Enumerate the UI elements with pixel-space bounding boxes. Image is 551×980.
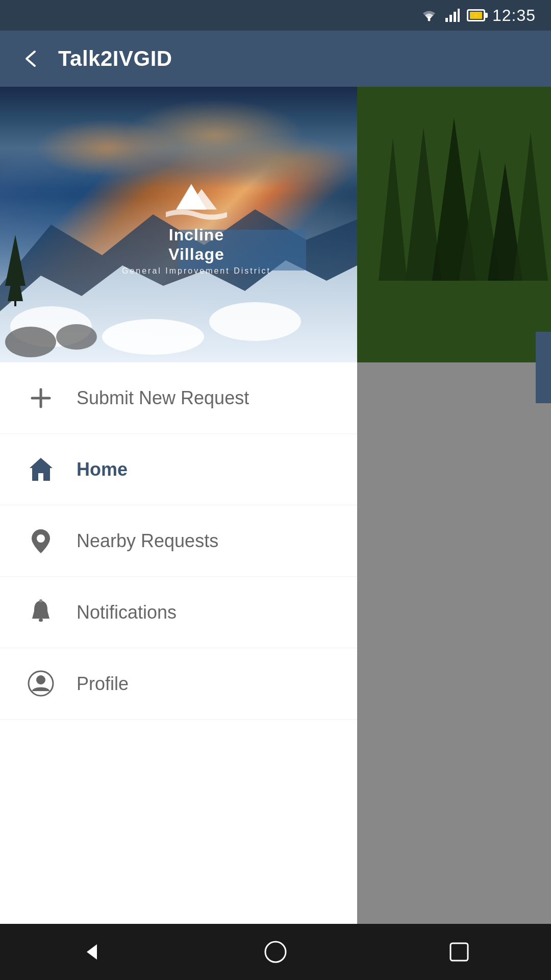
home-icon <box>26 454 56 485</box>
bell-icon <box>26 597 56 628</box>
menu-item-home[interactable]: Home <box>0 434 357 505</box>
logo-container: Incline Village General Improvement Dist… <box>122 174 271 276</box>
notifications-label: Notifications <box>77 602 177 623</box>
wifi-icon <box>420 9 438 22</box>
location-icon <box>26 526 56 556</box>
svg-point-0 <box>428 19 430 21</box>
svg-point-26 <box>102 319 204 355</box>
logo-text: Incline Village General Improvement Dist… <box>122 225 271 276</box>
status-time: 12:35 <box>492 6 536 25</box>
svg-marker-38 <box>30 458 53 481</box>
incline-village-logo <box>156 174 237 225</box>
svg-rect-3 <box>454 12 456 22</box>
status-icons: ⚡ 12:35 <box>420 6 536 25</box>
logo-incline: Incline <box>122 225 271 244</box>
drawer: Incline Village General Improvement Dist… <box>0 87 357 980</box>
app-title: Talk2IVGID <box>58 46 172 71</box>
nav-back-button[interactable] <box>71 932 112 972</box>
drawer-hero-image: Incline Village General Improvement Dist… <box>0 87 357 362</box>
submit-label: Submit New Request <box>77 387 249 409</box>
svg-point-27 <box>209 302 301 341</box>
svg-marker-44 <box>87 944 97 960</box>
svg-point-43 <box>36 675 45 684</box>
nav-home-button[interactable] <box>255 932 296 972</box>
svg-point-39 <box>37 534 45 543</box>
background-gray <box>352 362 551 980</box>
signal-icon <box>445 9 460 22</box>
back-button[interactable] <box>15 47 46 70</box>
svg-rect-46 <box>450 943 468 961</box>
logo-gid: General Improvement District <box>122 266 271 275</box>
svg-point-45 <box>265 942 286 962</box>
svg-rect-4 <box>458 9 460 22</box>
menu-item-nearby[interactable]: Nearby Requests <box>0 505 357 577</box>
svg-rect-2 <box>449 15 452 22</box>
svg-rect-40 <box>39 619 43 622</box>
svg-rect-1 <box>445 18 448 22</box>
profile-label: Profile <box>77 673 129 695</box>
battery-icon: ⚡ <box>467 9 485 21</box>
home-label: Home <box>77 459 128 480</box>
app-bar: Talk2IVGID <box>0 31 551 87</box>
status-bar: ⚡ 12:35 <box>0 0 551 31</box>
menu-item-submit[interactable]: Submit New Request <box>0 362 357 434</box>
nearby-label: Nearby Requests <box>77 530 218 552</box>
svg-point-29 <box>56 324 97 350</box>
menu-item-profile[interactable]: Profile <box>0 648 357 720</box>
nav-recent-button[interactable] <box>439 932 480 972</box>
plus-icon <box>26 383 56 413</box>
nav-bar <box>0 924 551 980</box>
menu-item-notifications[interactable]: Notifications <box>0 577 357 648</box>
main-container: Incline Village General Improvement Dist… <box>0 87 551 980</box>
blue-accent-bar <box>536 332 551 403</box>
svg-point-28 <box>5 327 56 357</box>
logo-village: Village <box>122 244 271 264</box>
person-icon <box>26 669 56 699</box>
svg-point-41 <box>39 599 42 602</box>
menu-list: Submit New Request Home <box>0 362 357 980</box>
